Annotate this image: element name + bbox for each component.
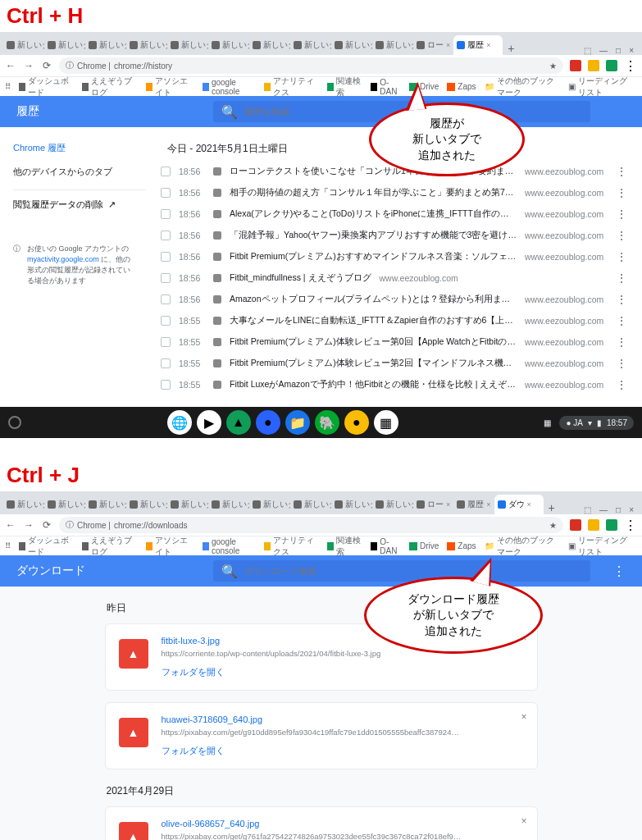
tab-generic[interactable]: 新しいタ× — [167, 495, 208, 514]
ext-icon-1[interactable] — [570, 60, 581, 71]
row-menu[interactable]: ⋮ — [616, 378, 627, 391]
row-checkbox[interactable] — [161, 294, 171, 304]
row-checkbox[interactable] — [161, 273, 171, 283]
sidebar-chrome-history[interactable]: Chrome 履歴 — [13, 137, 146, 159]
history-row[interactable]: 18:56Fitbit_mindfullness | ええぞうブログwww.ee… — [159, 267, 629, 289]
remove-download-button[interactable]: × — [521, 815, 526, 827]
history-row[interactable]: 18:56相手の期待値の超え方「コンサル１年目が学ぶこと」要約まとめ第7回 | … — [159, 182, 629, 203]
tab-downloads-active[interactable]: ダウ× — [494, 495, 544, 514]
bookmark-item[interactable]: O-DAN — [371, 78, 401, 96]
bookmark-item[interactable]: アナリティクス — [264, 535, 319, 558]
play-app-icon[interactable]: ▶ — [197, 410, 221, 435]
row-title[interactable]: Amazonペットプロフィール(プライムペット)とは？登録から利用までを解説 |… — [230, 294, 517, 305]
tab-history-active[interactable]: 履歴× — [453, 35, 503, 55]
launcher-button[interactable] — [8, 416, 21, 429]
row-menu[interactable]: ⋮ — [616, 293, 627, 306]
row-title[interactable]: 「混雑予報」Yahoo(ヤフー)乗換案内アプリおすすめ機能で3密を避けよう【コロ… — [230, 230, 517, 241]
menu-icon[interactable]: ⋮ — [624, 518, 637, 533]
bookmark-item[interactable]: Zaps — [447, 541, 476, 550]
downloads-menu[interactable]: ⋮ — [612, 564, 626, 579]
history-row[interactable]: 18:55Fitbit Premium(プレミアム)体験レビュー第0回【Appl… — [159, 331, 629, 353]
bookmark-item[interactable]: アソシエイト — [146, 535, 194, 558]
menu-icon[interactable]: ⋮ — [624, 58, 637, 74]
myactivity-link[interactable]: myactivity.google.com — [27, 255, 99, 263]
row-menu[interactable]: ⋮ — [616, 314, 627, 327]
ext-icon-2[interactable] — [588, 60, 599, 71]
status-pill[interactable]: ● JA ▾ ▮ 18:57 — [559, 416, 634, 430]
history-row[interactable]: 18:55Fitbit Premium(プレミアム)体験レビュー第2回【マインド… — [159, 353, 629, 374]
row-menu[interactable]: ⋮ — [616, 272, 627, 285]
row-checkbox[interactable] — [161, 188, 171, 198]
row-checkbox[interactable] — [161, 316, 171, 326]
tab-generic[interactable]: 新しいタ× — [44, 495, 85, 514]
download-filename[interactable]: huawei-3718609_640.jpg — [162, 714, 524, 724]
tab-generic[interactable]: 新しいタ× — [331, 495, 372, 514]
tab-generic[interactable]: 新しいタ× — [167, 35, 208, 55]
drive-app-icon[interactable]: ▲ — [226, 410, 251, 435]
ext-icon-3[interactable] — [606, 519, 617, 531]
star-icon[interactable]: ★ — [549, 62, 557, 71]
back-button[interactable]: ← — [5, 60, 16, 71]
star-icon[interactable]: ★ — [549, 521, 557, 530]
bookmark-item[interactable]: google console — [203, 537, 256, 555]
back-button[interactable]: ← — [5, 519, 16, 531]
row-checkbox[interactable] — [161, 358, 171, 368]
row-checkbox[interactable] — [161, 167, 171, 176]
bookmark-item[interactable]: O-DAN — [371, 537, 401, 555]
bookmark-item[interactable]: ダッシュボード — [19, 75, 74, 98]
sidebar-other-devices[interactable]: 他のデバイスからのタブ — [13, 159, 146, 185]
open-folder-link[interactable]: フォルダを開く — [162, 666, 524, 678]
history-row[interactable]: 18:56Amazonペットプロフィール(プライムペット)とは？登録から利用まで… — [159, 289, 629, 310]
download-filename[interactable]: olive-oil-968657_640.jpg — [162, 819, 524, 829]
row-menu[interactable]: ⋮ — [616, 250, 627, 263]
tab-generic[interactable]: 新しいタ× — [208, 495, 249, 514]
tab-generic[interactable]: 新しいタ× — [126, 495, 167, 514]
minimize-button[interactable]: — — [599, 505, 608, 514]
app-icon-4[interactable]: ● — [256, 410, 280, 435]
ext-icon-2[interactable] — [588, 519, 599, 531]
bookmark-item[interactable]: Drive — [409, 541, 439, 550]
close-icon[interactable]: × — [486, 41, 490, 49]
row-menu[interactable]: ⋮ — [616, 357, 627, 370]
tab-generic[interactable]: 新しいタ× — [249, 495, 290, 514]
row-menu[interactable]: ⋮ — [616, 229, 627, 242]
row-title[interactable]: Fitbit_mindfullness | ええぞうブログ — [230, 272, 371, 284]
close-window-button[interactable]: × — [629, 46, 634, 55]
bookmark-item[interactable]: Zaps — [447, 82, 476, 91]
chrome-app-icon[interactable]: 🌐 — [167, 410, 192, 435]
row-checkbox[interactable] — [161, 252, 171, 262]
reading-list[interactable]: ▣ リーディング リスト — [568, 535, 637, 558]
app-icon-7[interactable]: ● — [344, 410, 369, 435]
bookmark-item[interactable]: google console — [203, 78, 256, 96]
tab-lo[interactable]: ロー× — [413, 35, 453, 55]
tab-generic[interactable]: 新しいタ× — [372, 495, 413, 514]
tab-generic[interactable]: 新しいタ× — [249, 35, 290, 55]
bookmark-item[interactable]: ええぞうブログ — [82, 535, 137, 558]
ext-icon-1[interactable] — [570, 519, 581, 531]
row-title[interactable]: Fitbit Premium(プレミアム)体験レビュー第2回【マインドフルネス機… — [230, 358, 517, 369]
other-bookmarks[interactable]: 📁 その他のブックマーク — [485, 535, 560, 558]
extension-chip[interactable]: ⬚ — [584, 505, 591, 514]
new-tab-button[interactable]: + — [544, 501, 560, 514]
downloads-search-input[interactable] — [244, 566, 582, 576]
bookmark-item[interactable]: アナリティクス — [264, 75, 319, 98]
tab-generic[interactable]: 新しいタ× — [3, 35, 44, 55]
bookmark-item[interactable]: 関連検索 — [327, 75, 362, 98]
extension-chip[interactable]: ⬚ — [584, 46, 591, 55]
row-checkbox[interactable] — [161, 380, 171, 390]
files-app-icon[interactable]: 📁 — [285, 410, 310, 435]
tab-generic[interactable]: 新しいタ× — [85, 35, 126, 55]
url-input[interactable]: ⓘ Chrome | chrome://downloads ★ — [59, 517, 563, 533]
reload-button[interactable]: ⟳ — [41, 60, 52, 71]
open-folder-link[interactable]: フォルダを開く — [162, 745, 524, 757]
tab-generic[interactable]: 新しいタ× — [331, 35, 372, 55]
row-checkbox[interactable] — [161, 231, 171, 240]
row-title[interactable]: Alexa(アレクサ)やること(ToDo)リストをiPhoneに連携_IFTTT… — [230, 208, 517, 220]
reading-list[interactable]: ▣ リーディング リスト — [568, 75, 637, 98]
row-title[interactable]: 相手の期待値の超え方「コンサル１年目が学ぶこと」要約まとめ第7回 | ええぞうブ… — [230, 187, 517, 199]
row-checkbox[interactable] — [161, 209, 171, 219]
tray-icon[interactable]: ▦ — [544, 418, 551, 427]
apps-button[interactable]: ⠿ — [5, 82, 11, 91]
tab-history[interactable]: 履歴× — [453, 495, 494, 514]
row-menu[interactable]: ⋮ — [616, 165, 627, 178]
